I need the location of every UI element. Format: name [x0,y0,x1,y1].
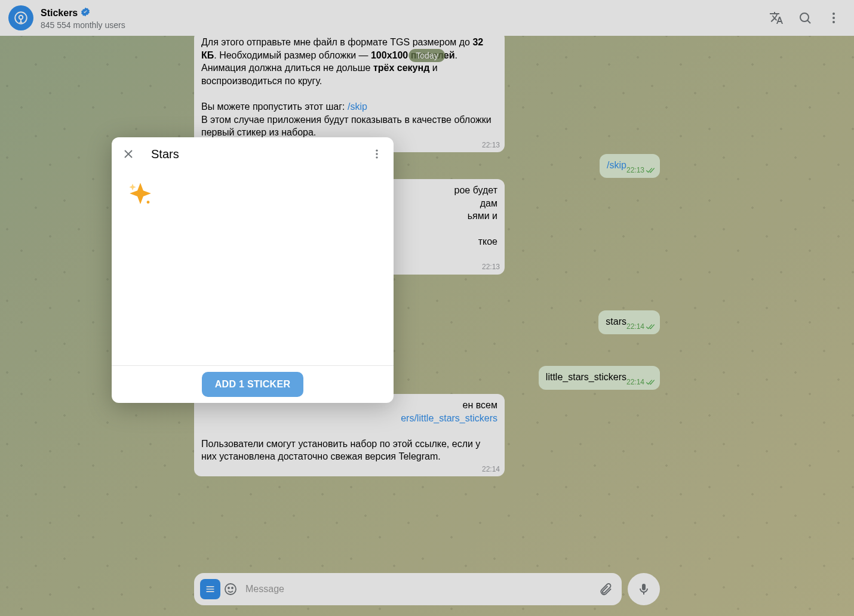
modal-more-icon[interactable] [365,142,389,166]
svg-point-12 [376,150,377,152]
modal-title: Stars [151,147,365,161]
add-sticker-button[interactable]: ADD 1 STICKER [202,372,304,397]
svg-point-14 [376,156,377,158]
svg-point-15 [147,201,150,204]
close-icon[interactable] [116,142,140,166]
sticker-set-modal: Stars ADD 1 STICKER [112,137,394,403]
sticker-thumbnail[interactable] [124,177,157,210]
svg-point-13 [376,153,377,155]
